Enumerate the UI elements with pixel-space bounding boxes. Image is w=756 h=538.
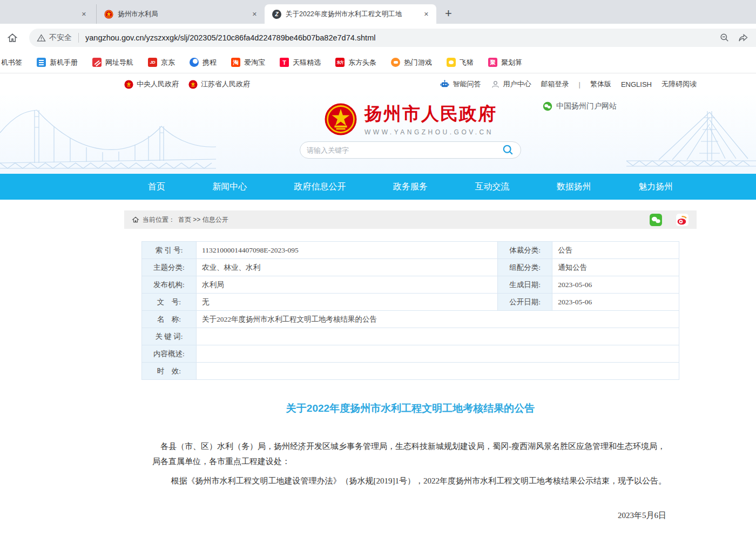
- breadcrumb: 当前位置： 首页 >> 信息公开: [124, 210, 697, 229]
- search-icon[interactable]: [502, 144, 514, 156]
- meta-value: 公告: [552, 242, 679, 259]
- bookmark-label: 爱淘宝: [244, 58, 265, 67]
- tab-close-icon[interactable]: ✕: [422, 10, 431, 19]
- mail-login-link[interactable]: 邮箱登录: [541, 79, 569, 89]
- meta-label: 组配分类:: [498, 259, 552, 276]
- games-icon: [391, 58, 400, 67]
- metadata-table: 索 引 号: 11321000014407098E-2023-095 体裁分类:…: [141, 241, 679, 380]
- new-tab-button[interactable]: +: [445, 6, 452, 21]
- meta-value: 2023-05-06: [552, 294, 679, 311]
- bookmark-label: 网址导航: [105, 58, 133, 67]
- portal-link[interactable]: 中国扬州门户网站: [543, 101, 617, 111]
- article-date: 2023年5月6日: [152, 508, 669, 523]
- nav-home[interactable]: 首页: [148, 181, 165, 193]
- nav-charm[interactable]: 魅力扬州: [638, 181, 673, 193]
- user-icon: [491, 80, 500, 89]
- portal-label: 中国扬州门户网站: [556, 101, 617, 111]
- tab-partial[interactable]: ✕: [0, 4, 96, 24]
- meta-value: 2023-05-06: [552, 276, 679, 294]
- traditional-version-link[interactable]: 繁体版: [590, 79, 611, 89]
- url-text[interactable]: yangzhou.gov.cn/yzszxxgk/slj/202305/210c…: [85, 33, 715, 42]
- bookmark-eastday[interactable]: 东方东方头条: [335, 58, 376, 67]
- tab-title: 关于2022年度扬州市水利工程文明工地: [286, 10, 417, 19]
- table-row: 发布机构: 水利局 生成日期: 2023-05-06: [142, 276, 679, 294]
- bookmark-taobao[interactable]: 淘爱淘宝: [231, 58, 265, 67]
- meta-value: 11321000014407098E-2023-095: [197, 242, 498, 259]
- tab-active-article[interactable]: Z 关于2022年度扬州市水利工程文明工地 ✕: [265, 4, 436, 24]
- bookmark-phone-bookmarks[interactable]: 机书签: [1, 58, 22, 67]
- meta-label: 主题分类:: [142, 259, 197, 276]
- ctrip-icon: [190, 58, 199, 67]
- accessibility-link[interactable]: 无障碍阅读: [662, 79, 697, 89]
- meta-label: 生成日期:: [498, 276, 552, 294]
- site-banner: 中国扬州门户网站 扬州市人民政府 WWW.YANGZHOU.GOV.CN: [0, 95, 756, 174]
- content-area: 当前位置： 首页 >> 信息公开 索 引 号: 1132100001440709…: [124, 210, 697, 538]
- not-secure-warning-icon: [37, 33, 46, 43]
- share-icon[interactable]: [738, 32, 748, 43]
- meta-label: 体裁分类:: [498, 242, 552, 259]
- wechat-share-icon[interactable]: [649, 213, 663, 227]
- tab-close-icon[interactable]: ✕: [250, 10, 259, 19]
- tab-close-icon[interactable]: ✕: [79, 10, 89, 19]
- home-button[interactable]: [5, 31, 19, 45]
- bookmark-fliggy[interactable]: 飞猪: [447, 58, 474, 67]
- link-central-gov[interactable]: 中央人民政府: [124, 79, 179, 89]
- url-nav-icon: [92, 58, 102, 67]
- meta-label: 文 号:: [142, 294, 197, 311]
- juhuasuan-icon: 聚: [488, 58, 497, 67]
- nav-services[interactable]: 政务服务: [393, 181, 428, 193]
- bookmark-jd[interactable]: JD京东: [148, 58, 175, 67]
- meta-label: 内容概述:: [142, 345, 197, 363]
- meta-label: 时 效:: [142, 363, 197, 380]
- breadcrumb-label: 当前位置：: [143, 215, 175, 224]
- bookmark-label: 京东: [161, 58, 175, 67]
- breadcrumb-path[interactable]: 首页 >> 信息公开: [178, 215, 228, 224]
- bookmarks-bar: 机书签 新机手册 网址导航 JD京东 携程 淘爱淘宝 T天猫精选 东方东方头条 …: [0, 52, 756, 73]
- bookmark-label: 机书签: [1, 58, 22, 67]
- bookmark-juhuasuan[interactable]: 聚聚划算: [488, 58, 522, 67]
- zoom-out-icon[interactable]: [719, 32, 730, 43]
- meta-label: 发布机构:: [142, 276, 197, 294]
- address-bar[interactable]: 不安全 yangzhou.gov.cn/yzszxxgk/slj/202305/…: [29, 29, 756, 47]
- home-icon: [132, 216, 139, 223]
- table-row: 内容概述:: [142, 345, 679, 363]
- site-search-box[interactable]: [300, 141, 521, 159]
- article-title: 关于2022年度扬州市水利工程文明工地考核结果的公告: [124, 401, 697, 416]
- table-row: 主题分类: 农业、林业、水利 组配分类: 通知公告: [142, 259, 679, 276]
- bookmark-label: 携程: [202, 58, 217, 67]
- nav-info-disclosure[interactable]: 政府信息公开: [294, 181, 346, 193]
- wechat-icon: [543, 101, 552, 111]
- tab-title: 扬州市水利局: [118, 10, 246, 19]
- nav-news[interactable]: 新闻中心: [212, 181, 247, 193]
- omnibox-divider: [78, 33, 79, 43]
- link-jiangsu-gov[interactable]: 江苏省人民政府: [188, 79, 250, 89]
- bookmark-ctrip[interactable]: 携程: [190, 58, 217, 67]
- link-label: 用户中心: [503, 79, 531, 89]
- nav-interaction[interactable]: 互动交流: [475, 181, 509, 193]
- national-emblem-icon: [324, 103, 357, 136]
- table-row: 关 键 词:: [142, 328, 679, 345]
- user-center-link[interactable]: 用户中心: [491, 79, 531, 89]
- tab-bar: ✕ 扬州市水利局 ✕ Z 关于2022年度扬州市水利工程文明工地 ✕ +: [0, 0, 756, 24]
- bookmark-games[interactable]: 热门游戏: [391, 58, 432, 67]
- article-paragraph: 根据《扬州市水利工程文明工地建设管理办法》（扬水规[2019]1号），2022年…: [152, 473, 669, 488]
- divider: |: [579, 80, 580, 88]
- fliggy-icon: [447, 58, 456, 67]
- bookmark-manual[interactable]: 新机手册: [37, 58, 78, 67]
- smart-qa-link[interactable]: 智能问答: [440, 79, 481, 90]
- bookmark-label: 天猫精选: [293, 58, 321, 67]
- english-version-link[interactable]: ENGLISH: [621, 80, 652, 88]
- tab-water-bureau[interactable]: 扬州市水利局 ✕: [96, 4, 265, 24]
- table-row: 时 效:: [142, 363, 679, 380]
- bookmark-nav-site[interactable]: 网址导航: [92, 58, 133, 67]
- weibo-share-icon[interactable]: [676, 213, 689, 227]
- meta-value: [197, 328, 679, 345]
- search-input[interactable]: [307, 146, 502, 154]
- meta-label: 公开日期:: [498, 294, 552, 311]
- bookmark-tmall[interactable]: T天猫精选: [280, 58, 321, 67]
- browser-toolbar: 不安全 yangzhou.gov.cn/yzszxxgk/slj/202305/…: [0, 24, 756, 52]
- table-row: 文 号: 无 公开日期: 2023-05-06: [142, 294, 679, 311]
- nav-data[interactable]: 数据扬州: [557, 181, 591, 193]
- security-label[interactable]: 不安全: [49, 33, 72, 43]
- bookmark-label: 新机手册: [50, 58, 78, 67]
